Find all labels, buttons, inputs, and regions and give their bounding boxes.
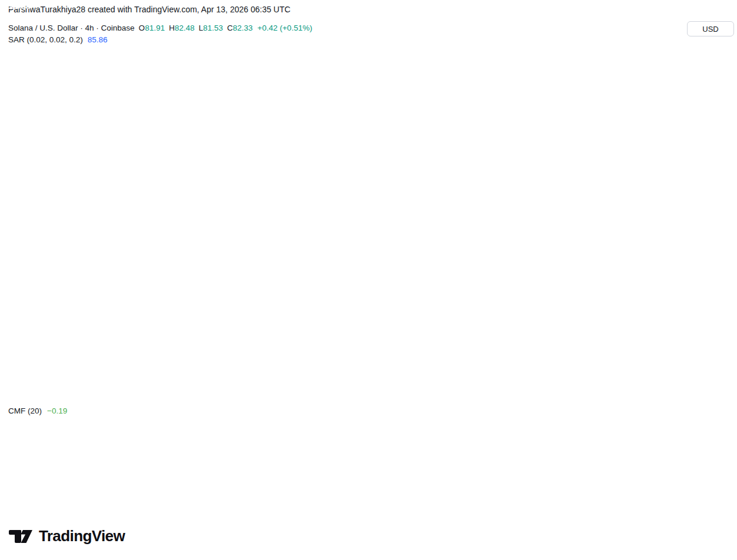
tradingview-brand-text: TradingView — [39, 527, 125, 545]
cmf-value-badge: −0.19 — [0, 0, 19, 12]
ohlc-close-key: C — [227, 24, 233, 32]
ohlc-open-key: O — [139, 24, 145, 32]
sar-indicator-value: 85.86 — [88, 35, 108, 44]
ohlc-open-value: 81.91 — [145, 24, 165, 32]
chart-canvas[interactable] — [0, 0, 737, 560]
tradingview-logo-icon — [8, 528, 33, 545]
tradingview-published-chart: ParshwaTurakhiya28 created with TradingV… — [0, 0, 737, 560]
ohlc-low-value: 81.53 — [203, 24, 223, 32]
series-title[interactable]: Solana / U.S. Dollar · 4h · Coinbase — [8, 24, 135, 32]
series-legend-row: Solana / U.S. Dollar · 4h · CoinbaseO81.… — [8, 22, 312, 34]
change-value: +0.42 (+0.51%) — [257, 24, 312, 32]
ohlc-low-key: L — [198, 24, 203, 32]
tradingview-footer-link[interactable]: TradingView — [8, 527, 125, 545]
ohlc-high-key: H — [169, 24, 175, 32]
sar-indicator-title[interactable]: SAR (0.02, 0.02, 0.2) — [8, 35, 83, 44]
cmf-indicator-title[interactable]: CMF (20) — [8, 406, 42, 415]
cmf-legend[interactable]: CMF (20)−0.19 — [8, 406, 67, 415]
chart-legend[interactable]: Solana / U.S. Dollar · 4h · CoinbaseO81.… — [8, 22, 312, 46]
cmf-indicator-value: −0.19 — [47, 406, 67, 415]
currency-toggle-button[interactable]: USD — [687, 21, 734, 36]
sar-legend-row: SAR (0.02, 0.02, 0.2)85.86 — [8, 34, 312, 46]
ohlc-close-value: 82.33 — [233, 24, 253, 32]
ohlc-high-value: 82.48 — [175, 24, 195, 32]
